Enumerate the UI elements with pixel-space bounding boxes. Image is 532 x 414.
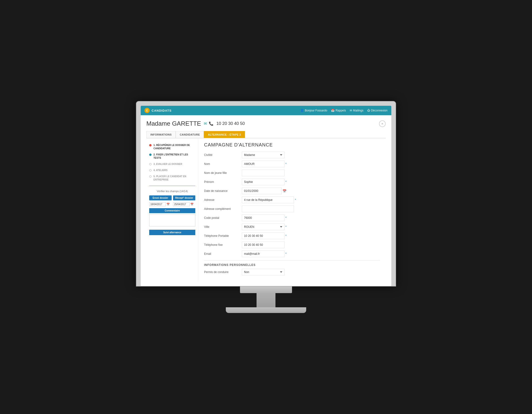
nav-user[interactable]: 👤 Bonjour Fossardo (300, 109, 327, 112)
date-row: 📅 📅 (146, 202, 198, 206)
section-divider (204, 260, 380, 260)
sidebar-step-3: 3. EVALUER LE DOSSIER (146, 161, 198, 167)
input-tel-portable[interactable] (242, 232, 285, 239)
required-tel-portable: * (285, 234, 286, 238)
form-row-prenom: Prénom * (204, 178, 380, 185)
required-code-postal: * (285, 216, 286, 220)
nav-title: CANDIDATS (152, 109, 172, 112)
required-dob: * (285, 189, 286, 193)
input-tel-fixe[interactable] (242, 241, 285, 248)
required-nom: * (285, 162, 286, 166)
tab-informations[interactable]: INFORMATIONS (146, 131, 176, 138)
form-area: CAMPAGNE D'ALTERNANCE Civilité Madame Mo… (198, 138, 386, 281)
nav-mailings[interactable]: ✉ Mailings (350, 109, 363, 112)
nav-logo: É (144, 108, 150, 113)
screen-inner: É CANDIDATS 👤 Bonjour Fossardo 📅 Rappels… (141, 106, 391, 286)
sidebar-step-2: 2. FIXER L'ENTRETIEN ET LES TESTS (146, 152, 198, 161)
monitor-stand-neck (256, 293, 276, 307)
monitor-stand-top (240, 287, 292, 293)
step-indicator-5 (149, 175, 152, 178)
verify-fields: Vérifier les champs (14/14) (146, 189, 198, 194)
label-tel-fixe: Téléphone fixe (204, 243, 242, 247)
label-tel-portable: Téléphone Portable (204, 234, 242, 238)
monitor-wrapper: É CANDIDATS 👤 Bonjour Fossardo 📅 Rappels… (136, 101, 396, 313)
select-ville[interactable]: ROUEN (242, 223, 285, 230)
date-envoi-field: 📅 (149, 202, 172, 206)
form-row-civilite: Civilité Madame Monsieur (204, 151, 380, 158)
top-nav: É CANDIDATS 👤 Bonjour Fossardo 📅 Rappels… (141, 106, 391, 115)
date-recept-field: 📅 (173, 202, 196, 206)
select-civilite[interactable]: Madame Monsieur (242, 152, 285, 158)
step-label-5: 5. PLACER LE CANDIDAT EN ENTREPRISE (153, 175, 195, 182)
nav-rappels[interactable]: 📅 Rappels (331, 109, 346, 112)
suivi-alternance-button[interactable]: Suivi alternance (149, 230, 195, 235)
calendar-recept-icon: 📅 (190, 203, 194, 206)
input-adresse-complement[interactable] (242, 206, 294, 212)
label-prenom: Prénom (204, 180, 242, 183)
recept-dossier-button[interactable]: Récept° dossier (173, 195, 196, 200)
select-permis[interactable]: Non Oui (242, 269, 285, 275)
step-label-2: 2. FIXER L'ENTRETIEN ET LES TESTS (153, 153, 195, 160)
page-title: Madame GARETTE (146, 120, 201, 127)
campagne-title: CAMPAGNE D'ALTERNANCE (204, 142, 380, 148)
sidebar: 1. RÉCUPÉRER LE DOSSIER DE CANDIDATURE 2… (146, 138, 198, 281)
input-email[interactable] (242, 250, 285, 257)
nav-deconnexion[interactable]: ⏻ Déconnexion (367, 109, 388, 112)
label-ville: Ville (204, 225, 242, 229)
email-icon: ✉ (204, 121, 207, 126)
input-dob[interactable] (242, 188, 282, 194)
calendar-envoi-icon: 📅 (166, 203, 170, 206)
step-label-3: 3. EVALUER LE DOSSIER (153, 163, 182, 166)
form-row-nom: Nom * (204, 160, 380, 167)
label-nom: Nom (204, 162, 242, 166)
form-row-nom-jeune-fille: Nom de jeune fille (204, 169, 380, 176)
label-adresse: Adresse (204, 198, 242, 202)
header-icons: ✉ 📞 (204, 121, 214, 126)
tab-alternance[interactable]: ALTERNANCE - ÉTAPE 2 (204, 131, 245, 138)
monitor-screen: É CANDIDATS 👤 Bonjour Fossardo 📅 Rappels… (136, 101, 396, 287)
mail-icon: ✉ (350, 109, 352, 112)
step-label-1: 1. RÉCUPÉRER LE DOSSIER DE CANDIDATURE (153, 144, 195, 150)
form-row-email: Email * (204, 250, 380, 257)
sidebar-step-1: 1. RÉCUPÉRER LE DOSSIER DE CANDIDATURE (146, 142, 198, 152)
step-indicator-2 (149, 154, 152, 156)
input-nom[interactable] (242, 161, 285, 167)
phone-icon: 📞 (209, 121, 214, 126)
info-section-title: INFORMATIONS PERSONNELLES (204, 263, 380, 267)
form-row-tel-portable: Téléphone Portable * (204, 232, 380, 240)
form-row-ville: Ville ROUEN * (204, 223, 380, 231)
sidebar-step-5: 5. PLACER LE CANDIDAT EN ENTREPRISE (146, 173, 198, 183)
dob-wrapper: 📅 (242, 188, 285, 194)
input-code-postal[interactable] (242, 215, 285, 221)
label-code-postal: Code postal (204, 216, 242, 220)
page-header-left: Madame GARETTE ✉ 📞 10 20 30 40 50 (146, 120, 245, 127)
close-button[interactable]: × (379, 120, 386, 127)
tab-candidature[interactable]: CANDIDATURE (176, 131, 204, 138)
main-layout: 1. RÉCUPÉRER LE DOSSIER DE CANDIDATURE 2… (146, 138, 386, 281)
form-row-code-postal: Code postal * (204, 214, 380, 221)
input-prenom[interactable] (242, 179, 285, 185)
required-email: * (285, 252, 286, 256)
step-label-4: 4. ATELIERS (153, 169, 167, 172)
date-envoi-input[interactable] (149, 202, 166, 206)
form-row-adresse: Adresse * (204, 196, 380, 203)
top-nav-right: 👤 Bonjour Fossardo 📅 Rappels ✉ Mailings … (300, 109, 388, 112)
sidebar-step-4: 4. ATELIERS (146, 167, 198, 173)
page-header: Madame GARETTE ✉ 📞 10 20 30 40 50 × (146, 120, 386, 127)
commentaire-textarea[interactable] (149, 214, 195, 226)
form-row-permis: Permis de conduire Non Oui (204, 269, 380, 276)
calendar-icon: 📅 (331, 109, 334, 112)
content-area: Madame GARETTE ✉ 📞 10 20 30 40 50 × INFO… (141, 115, 391, 286)
sidebar-buttons: Envoi dossier Récept° dossier (146, 194, 198, 201)
phone-number: 10 20 30 40 50 (216, 121, 245, 126)
label-nom-jeune-fille: Nom de jeune fille (204, 171, 242, 174)
tabs: INFORMATIONS CANDIDATURE ALTERNANCE - ÉT… (146, 131, 386, 138)
required-ville: * (285, 225, 286, 229)
envoi-dossier-button[interactable]: Envoi dossier (149, 195, 172, 200)
power-icon: ⏻ (367, 109, 370, 112)
date-recept-input[interactable] (173, 202, 190, 206)
input-nom-jeune-fille[interactable] (242, 170, 285, 176)
commentaire-button[interactable]: Commentaire (149, 208, 195, 213)
form-row-dob: Date de naissance 📅 * (204, 187, 380, 194)
input-adresse[interactable] (242, 197, 294, 203)
